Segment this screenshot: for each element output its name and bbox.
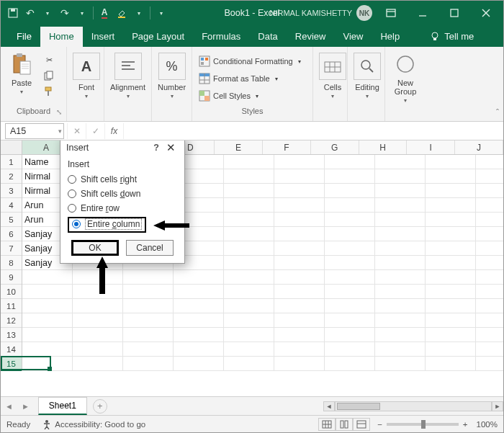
cell[interactable]: [224, 342, 274, 357]
new-group-dropdown[interactable]: NewGroup ▾: [390, 50, 421, 106]
tab-home[interactable]: Home: [40, 27, 83, 47]
cell[interactable]: [224, 357, 274, 371]
row-header[interactable]: 11: [1, 299, 22, 313]
cell[interactable]: [224, 270, 274, 285]
cell[interactable]: [274, 198, 325, 213]
cell[interactable]: [22, 313, 73, 328]
add-sheet-button[interactable]: +: [93, 399, 107, 414]
cancel-button[interactable]: Cancel: [126, 240, 174, 256]
alignment-dropdown[interactable]: Alignment ▾: [109, 50, 147, 106]
cell[interactable]: [325, 299, 375, 313]
cell[interactable]: [476, 241, 503, 256]
cell[interactable]: [476, 169, 503, 184]
cell[interactable]: [476, 313, 503, 328]
cell[interactable]: [274, 285, 325, 299]
conditional-formatting-button[interactable]: Conditional Formatting▾: [197, 54, 303, 68]
cell[interactable]: [274, 155, 325, 169]
row-header[interactable]: 13: [1, 328, 22, 342]
row-header[interactable]: 3: [1, 184, 22, 198]
sheet-nav-next[interactable]: ►: [17, 402, 34, 411]
close-button[interactable]: [473, 1, 499, 25]
cell[interactable]: [73, 342, 123, 357]
cell[interactable]: [224, 169, 274, 184]
cell[interactable]: [22, 342, 73, 357]
cell[interactable]: [274, 270, 325, 285]
cell[interactable]: [174, 270, 224, 285]
tab-page-layout[interactable]: Page Layout: [123, 27, 193, 47]
cell[interactable]: [224, 155, 274, 169]
account-user[interactable]: NIRMAL KAMISHETTY NK: [270, 5, 373, 21]
row-header[interactable]: 5: [1, 213, 22, 227]
cell[interactable]: [325, 241, 375, 256]
cell[interactable]: [174, 328, 224, 342]
cell[interactable]: [426, 299, 476, 313]
cell[interactable]: [274, 169, 325, 184]
cell[interactable]: [22, 328, 73, 342]
status-accessibility[interactable]: Accessibility: Good to go: [42, 419, 145, 429]
qat-dropdown-icon[interactable]: ▾: [41, 6, 54, 19]
dialog-help-button[interactable]: ?: [149, 143, 163, 153]
cell[interactable]: [476, 198, 503, 213]
row-header[interactable]: 7: [1, 241, 22, 256]
cell[interactable]: [476, 357, 503, 371]
ok-button[interactable]: OK: [71, 240, 119, 256]
cell[interactable]: [73, 313, 123, 328]
cell[interactable]: [123, 342, 174, 357]
cell[interactable]: [426, 241, 476, 256]
zoom-out-button[interactable]: −: [377, 420, 382, 429]
cell[interactable]: [325, 213, 375, 227]
font-color-qat-icon[interactable]: A: [98, 6, 111, 19]
fill-color-qat-icon[interactable]: [115, 6, 128, 19]
cell[interactable]: [375, 169, 426, 184]
cell[interactable]: [224, 227, 274, 241]
zoom-slider[interactable]: [387, 423, 459, 426]
cell[interactable]: [123, 270, 174, 285]
cell[interactable]: [375, 256, 426, 270]
cell[interactable]: [375, 299, 426, 313]
cell[interactable]: [274, 227, 325, 241]
cells-dropdown[interactable]: Cells ▾: [318, 50, 348, 106]
minimize-button[interactable]: [410, 1, 436, 25]
copy-button[interactable]: [41, 68, 57, 83]
cell[interactable]: [476, 342, 503, 357]
column-header[interactable]: J: [455, 140, 503, 154]
cell[interactable]: [22, 285, 73, 299]
cell[interactable]: [274, 328, 325, 342]
cell[interactable]: [224, 328, 274, 342]
row-header[interactable]: 1: [1, 155, 22, 169]
select-all-corner[interactable]: [1, 140, 22, 155]
cell[interactable]: [224, 198, 274, 213]
name-box[interactable]: A15▾: [5, 123, 64, 139]
radio-shift-right[interactable]: Shift cells right: [68, 172, 177, 187]
cell[interactable]: [274, 256, 325, 270]
formula-input[interactable]: [123, 123, 503, 139]
radio-entire-row[interactable]: Entire row: [68, 201, 177, 215]
zoom-level[interactable]: 100%: [477, 420, 498, 429]
save-icon[interactable]: [6, 6, 19, 19]
cell[interactable]: [174, 299, 224, 313]
page-break-view-button[interactable]: [353, 418, 370, 431]
cell[interactable]: [375, 184, 426, 198]
cell[interactable]: [325, 313, 375, 328]
cell[interactable]: [325, 227, 375, 241]
cut-button[interactable]: ✂: [41, 53, 57, 67]
row-header[interactable]: 15: [1, 357, 22, 371]
scroll-left-button[interactable]: ◄: [323, 401, 335, 411]
cell[interactable]: [274, 342, 325, 357]
cell[interactable]: [476, 227, 503, 241]
cell[interactable]: [476, 299, 503, 313]
cell[interactable]: [426, 256, 476, 270]
cell[interactable]: [73, 357, 123, 371]
format-as-table-button[interactable]: Format as Table▾: [197, 71, 303, 86]
row-header[interactable]: 10: [1, 285, 22, 299]
dialog-launcher-icon[interactable]: ⤡: [56, 108, 62, 116]
cell[interactable]: [426, 198, 476, 213]
cell[interactable]: [375, 227, 426, 241]
tab-help[interactable]: Help: [372, 27, 408, 47]
row-header[interactable]: 8: [1, 256, 22, 270]
cell[interactable]: [375, 270, 426, 285]
radio-entire-column[interactable]: Entire column: [72, 218, 142, 230]
cell[interactable]: [426, 313, 476, 328]
cell[interactable]: [123, 313, 174, 328]
cell[interactable]: [123, 328, 174, 342]
